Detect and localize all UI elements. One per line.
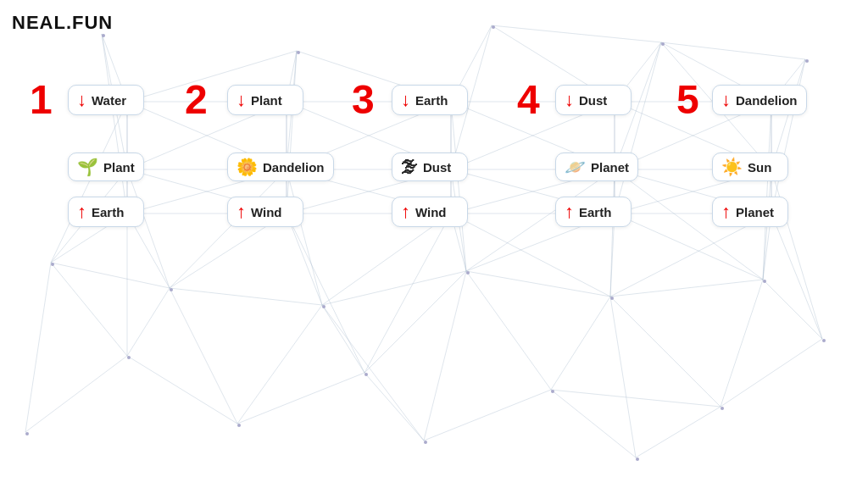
element-card-c1-bot[interactable]: ↑Earth xyxy=(68,197,144,227)
arrow-up-icon: ↑ xyxy=(721,202,731,221)
step-1: 1 xyxy=(30,76,53,123)
arrow-down-icon: ↓ xyxy=(721,91,731,109)
step-2: 2 xyxy=(185,76,208,123)
element-label: Plant xyxy=(251,93,282,108)
network-dot xyxy=(237,424,241,427)
element-card-c4-top[interactable]: ↓Dust xyxy=(555,85,632,115)
network-dot xyxy=(551,390,554,393)
network-dot xyxy=(822,339,826,342)
arrow-down-icon: ↓ xyxy=(401,91,410,109)
step-3: 3 xyxy=(352,76,375,123)
network-dot xyxy=(102,34,105,37)
element-label: Wind xyxy=(415,205,447,219)
network-dot xyxy=(51,263,54,266)
element-label: Dust xyxy=(423,160,451,175)
element-label: Earth xyxy=(92,205,124,219)
network-dot xyxy=(424,441,427,444)
element-label: Water xyxy=(92,93,126,108)
element-card-c2-top[interactable]: ↓Plant xyxy=(227,85,303,115)
element-card-c5-top[interactable]: ↓Dandelion xyxy=(712,85,807,115)
step-5: 5 xyxy=(676,76,699,123)
element-label: Dandelion xyxy=(263,160,325,175)
arrow-down-icon: ↓ xyxy=(77,91,86,109)
element-card-c1-top[interactable]: ↓Water xyxy=(68,85,144,115)
network-dot xyxy=(610,297,614,300)
network-dot xyxy=(364,373,368,376)
network-dot xyxy=(127,356,131,359)
arrow-up-icon: ↑ xyxy=(236,202,246,221)
arrow-down-icon: ↓ xyxy=(565,91,574,109)
element-label: Planet xyxy=(736,205,774,219)
network-dot xyxy=(763,280,766,283)
element-card-c4-mid[interactable]: 🪐Planet xyxy=(555,152,638,181)
element-card-c3-bot[interactable]: ↑Wind xyxy=(392,197,468,227)
logo: NEAL.FUN xyxy=(12,12,113,34)
arrow-up-icon: ↑ xyxy=(77,202,86,221)
element-card-c5-mid[interactable]: ☀️Sun xyxy=(712,152,788,181)
network-dot xyxy=(170,288,173,291)
element-card-c2-mid[interactable]: 🌼Dandelion xyxy=(227,152,334,181)
network-dot xyxy=(297,51,300,54)
element-label: Sun xyxy=(748,160,771,175)
network-dot xyxy=(636,458,639,461)
element-label: Earth xyxy=(579,205,611,219)
element-card-c3-mid[interactable]: 🌫Dust xyxy=(392,152,468,181)
step-4: 4 xyxy=(517,76,540,123)
element-card-c3-top[interactable]: ↓Earth xyxy=(392,85,468,115)
network-dot xyxy=(661,42,665,46)
element-icon: 🌱 xyxy=(77,158,98,175)
element-card-c2-bot[interactable]: ↑Wind xyxy=(227,197,303,227)
network-dot xyxy=(721,407,724,410)
element-icon: 🌫 xyxy=(401,158,418,175)
arrow-down-icon: ↓ xyxy=(236,91,246,109)
element-card-c1-mid[interactable]: 🌱Plant xyxy=(68,152,144,181)
network-dot xyxy=(805,59,809,63)
network-dot xyxy=(322,305,326,308)
element-icon: 🪐 xyxy=(565,158,586,175)
network-dot xyxy=(492,25,495,29)
element-label: Planet xyxy=(591,160,629,175)
network-dot xyxy=(25,432,29,435)
element-label: Wind xyxy=(251,205,282,219)
element-card-c5-bot[interactable]: ↑Planet xyxy=(712,197,788,227)
element-label: Dust xyxy=(579,93,607,108)
element-icon: ☀️ xyxy=(721,158,743,175)
arrow-up-icon: ↑ xyxy=(401,202,410,221)
element-label: Earth xyxy=(415,93,448,108)
element-icon: 🌼 xyxy=(236,158,258,175)
element-card-c4-bot[interactable]: ↑Earth xyxy=(555,197,632,227)
element-label: Plant xyxy=(103,160,135,175)
element-label: Dandelion xyxy=(736,93,798,108)
network-dot xyxy=(466,271,470,274)
arrow-up-icon: ↑ xyxy=(565,202,574,221)
